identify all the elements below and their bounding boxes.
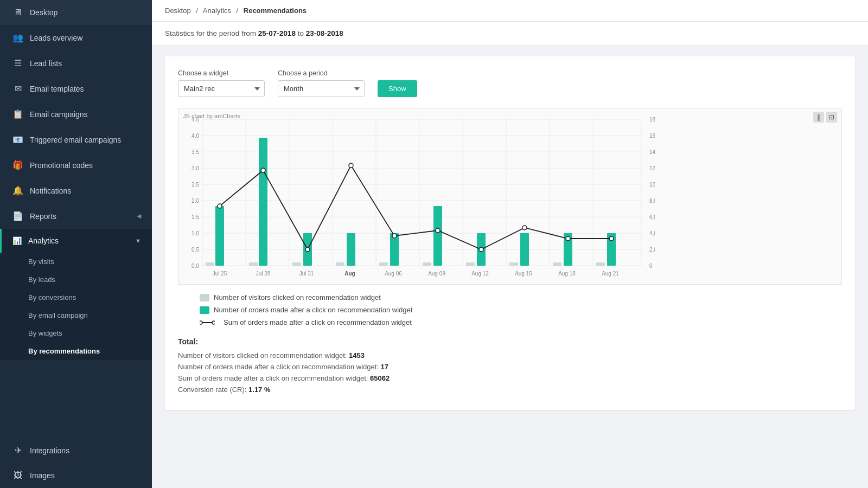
total-value-3: 1.17 % <box>248 386 270 394</box>
analytics-subitems: By visits By leads By conversions By ema… <box>0 253 152 360</box>
sidebar-item-label: Lead lists <box>30 59 62 68</box>
breadcrumb-analytics[interactable]: Analytics <box>203 7 231 15</box>
chart-svg: 4.5 4.0 3.5 3.0 2.5 2.0 1.5 1.0 0.5 0.0 <box>183 114 655 282</box>
total-row-0: Number of visitors clicked on recommenda… <box>178 351 842 359</box>
period-filter-label: Choose a period <box>278 69 365 77</box>
svg-text:3.5: 3.5 <box>192 149 199 155</box>
total-value-2: 65062 <box>370 374 390 382</box>
sidebar-sub-by-leads[interactable]: By leads <box>28 271 152 288</box>
svg-text:Jul 31: Jul 31 <box>299 271 314 277</box>
sidebar-item-label: Email templates <box>30 85 84 93</box>
svg-text:Aug 09: Aug 09 <box>428 271 445 277</box>
total-label-1: Number of orders made after a click on r… <box>178 363 381 371</box>
svg-point-68 <box>522 226 527 230</box>
sidebar-item-images[interactable]: 🖼 Images <box>0 463 152 488</box>
sidebar-item-label: Email campaigns <box>30 110 88 119</box>
sidebar-sub-by-conversions[interactable]: By conversions <box>28 288 152 306</box>
svg-text:0.0: 0.0 <box>192 263 199 269</box>
sidebar-item-promotional[interactable]: 🎁 Promotional codes <box>0 152 152 178</box>
sidebar-item-email-templates[interactable]: ✉ Email templates <box>0 76 152 101</box>
sidebar: 🖥 Desktop 👥 Leads overview ☰ Lead lists … <box>0 0 152 488</box>
vert-lines <box>202 119 641 266</box>
sidebar-item-label: Leads overview <box>30 34 82 42</box>
svg-point-82 <box>200 321 202 324</box>
svg-rect-47 <box>466 262 475 266</box>
main-content: Desktop / Analytics / Recommendations St… <box>152 0 868 488</box>
sidebar-item-notifications[interactable]: 🔔 Notifications <box>0 178 152 203</box>
svg-text:1.5: 1.5 <box>192 214 199 220</box>
images-icon: 🖼 <box>12 471 23 480</box>
sidebar-sub-by-visits[interactable]: By visits <box>28 253 152 271</box>
reports-collapse-icon: ◀ <box>137 213 141 220</box>
svg-rect-45 <box>379 262 388 266</box>
analytics-icon: 📊 <box>12 236 22 245</box>
svg-rect-42 <box>249 262 258 266</box>
svg-text:2.5: 2.5 <box>192 182 199 188</box>
svg-text:Aug 15: Aug 15 <box>515 271 532 277</box>
breadcrumb-sep1: / <box>196 7 198 15</box>
chart-legend: Number of visitors clicked on recommenda… <box>178 293 842 326</box>
breadcrumb-desktop[interactable]: Desktop <box>165 7 191 15</box>
svg-text:2.0: 2.0 <box>192 198 199 204</box>
legend-sum: Sum of orders made after a click on reco… <box>200 318 842 326</box>
legend-label-visitors: Number of visitors clicked on recommenda… <box>214 293 381 301</box>
content-area: Choose a widget Main2 rec Choose a perio… <box>152 46 868 488</box>
legend-orders: Number of orders made after a click on r… <box>200 306 842 314</box>
grid-lines <box>202 119 641 266</box>
sidebar-item-label: Triggered email campaigns <box>30 136 121 144</box>
period-filter-group: Choose a period DayWeekMonthYear <box>278 69 365 97</box>
sidebar-sub-by-recommendations[interactable]: By recommendations <box>28 342 152 360</box>
sidebar-item-label: Promotional codes <box>30 161 93 170</box>
notifications-icon: 🔔 <box>12 185 23 196</box>
svg-point-66 <box>436 228 440 233</box>
svg-text:Aug 06: Aug 06 <box>385 271 402 277</box>
svg-text:6,000: 6,000 <box>649 214 655 220</box>
svg-text:Aug: Aug <box>344 271 355 277</box>
chart-expand-button[interactable]: ⊡ <box>826 112 837 123</box>
sidebar-item-label: Notifications <box>30 187 71 195</box>
svg-point-70 <box>609 236 614 241</box>
bars-orders <box>215 138 616 266</box>
sidebar-item-lead-lists[interactable]: ☰ Lead lists <box>0 50 152 76</box>
sidebar-item-reports[interactable]: 📄 Reports ◀ <box>0 203 152 229</box>
chart-pause-button[interactable]: ‖ <box>813 112 824 123</box>
leads-overview-icon: 👥 <box>12 33 23 43</box>
svg-rect-43 <box>292 262 301 266</box>
analytics-collapse-icon: ▼ <box>135 237 141 244</box>
svg-text:Jul 25: Jul 25 <box>213 271 227 277</box>
total-label-2: Sum of orders made after a click on reco… <box>178 374 370 382</box>
breadcrumb-bar: Desktop / Analytics / Recommendations <box>152 0 868 22</box>
svg-rect-52 <box>259 138 267 266</box>
svg-point-83 <box>212 321 215 324</box>
svg-text:16,000: 16,000 <box>649 133 655 139</box>
sidebar-item-desktop[interactable]: 🖥 Desktop <box>0 0 152 25</box>
legend-line-icon <box>200 319 215 326</box>
sidebar-sub-by-widgets[interactable]: By widgets <box>28 324 152 342</box>
widget-filter-group: Choose a widget Main2 rec <box>178 69 265 97</box>
sidebar-item-integrations[interactable]: ✈ Integrations <box>0 438 152 463</box>
desktop-icon: 🖥 <box>12 8 23 17</box>
sidebar-item-label: Reports <box>30 212 56 221</box>
svg-rect-51 <box>215 206 224 266</box>
svg-text:4,000: 4,000 <box>649 230 655 236</box>
sidebar-item-triggered-email[interactable]: 📧 Triggered email campaigns <box>0 127 152 152</box>
sidebar-item-leads-overview[interactable]: 👥 Leads overview <box>0 25 152 50</box>
svg-rect-44 <box>336 262 344 266</box>
widget-select[interactable]: Main2 rec <box>178 80 265 97</box>
svg-point-62 <box>261 168 265 172</box>
period-select[interactable]: DayWeekMonthYear <box>278 80 365 97</box>
chart-label: JS chart by amCharts <box>183 113 240 119</box>
sidebar-item-label: Integrations <box>30 446 69 455</box>
totals-section: Total: Number of visitors clicked on rec… <box>178 337 842 394</box>
sidebar-item-analytics[interactable]: 📊 Analytics ▼ <box>0 229 152 253</box>
filter-row: Choose a widget Main2 rec Choose a perio… <box>178 69 842 97</box>
sidebar-item-label: Desktop <box>30 8 58 17</box>
show-button[interactable]: Show <box>378 80 417 97</box>
total-label-0: Number of visitors clicked on recommenda… <box>178 351 349 359</box>
sidebar-sub-by-email-campaign[interactable]: By email campaign <box>28 306 152 324</box>
svg-rect-50 <box>596 262 605 266</box>
to-text: to <box>296 29 306 37</box>
sidebar-item-email-campaigns[interactable]: 📋 Email campaigns <box>0 101 152 127</box>
lead-lists-icon: ☰ <box>12 58 23 68</box>
svg-rect-48 <box>509 262 518 266</box>
